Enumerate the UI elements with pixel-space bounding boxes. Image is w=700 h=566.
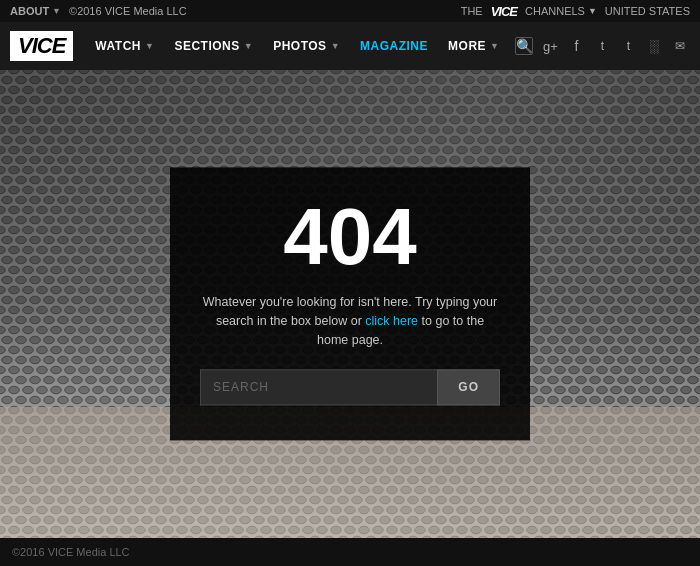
footer-copyright: ©2016 VICE Media LLC	[12, 546, 130, 558]
nav-icons: 🔍 g+ f t t ░ ✉ ◪ ▶	[509, 37, 700, 55]
watch-arrow: ▼	[145, 41, 154, 51]
google-plus-icon[interactable]: g+	[541, 37, 559, 55]
search-row: GO	[200, 370, 500, 406]
about-arrow: ▼	[52, 6, 61, 16]
about-button[interactable]: ABOUT ▼	[10, 5, 61, 17]
email-icon[interactable]: ✉	[671, 37, 689, 55]
channels-arrow: ▼	[588, 6, 597, 16]
nav-magazine[interactable]: MAGAZINE	[350, 22, 438, 70]
main-content: 404 Whatever you're looking for isn't he…	[0, 70, 700, 538]
about-label: ABOUT	[10, 5, 49, 17]
nav-watch-label: WATCH	[95, 39, 141, 53]
nav-watch[interactable]: WATCH ▼	[85, 22, 164, 70]
top-bar-right: THE VICE CHANNELS ▼ UNITED STATES	[461, 4, 690, 19]
nav-magazine-label: MAGAZINE	[360, 39, 428, 53]
search-input[interactable]	[200, 370, 437, 406]
the-label: THE	[461, 5, 483, 17]
error-code: 404	[200, 197, 500, 277]
top-bar-left: ABOUT ▼ ©2016 VICE Media LLC	[10, 5, 187, 17]
more-arrow: ▼	[490, 41, 499, 51]
sections-arrow: ▼	[244, 41, 253, 51]
nav-more[interactable]: MORE ▼	[438, 22, 509, 70]
top-copyright: ©2016 VICE Media LLC	[69, 5, 187, 17]
twitter-icon[interactable]: t	[593, 37, 611, 55]
channels-button[interactable]: CHANNELS ▼	[525, 5, 597, 17]
nav-more-label: MORE	[448, 39, 486, 53]
nav-sections-label: SECTIONS	[174, 39, 239, 53]
error-box: 404 Whatever you're looking for isn't he…	[170, 167, 530, 440]
home-link[interactable]: click here	[365, 314, 418, 328]
photos-arrow: ▼	[331, 41, 340, 51]
facebook-icon[interactable]: f	[567, 37, 585, 55]
vice-logo-small: VICE	[491, 4, 517, 19]
search-icon[interactable]: 🔍	[515, 37, 533, 55]
vice-logo[interactable]: VICE	[10, 31, 73, 61]
region-label: UNITED STATES	[605, 5, 690, 17]
footer: ©2016 VICE Media LLC	[0, 538, 700, 566]
go-button[interactable]: GO	[437, 370, 500, 406]
error-message: Whatever you're looking for isn't here. …	[200, 293, 500, 349]
top-bar: ABOUT ▼ ©2016 VICE Media LLC THE VICE CH…	[0, 0, 700, 22]
nav-sections[interactable]: SECTIONS ▼	[164, 22, 263, 70]
instagram-icon[interactable]: ░	[645, 37, 663, 55]
nav-photos-label: PHOTOS	[273, 39, 326, 53]
navigation-bar: VICE WATCH ▼ SECTIONS ▼ PHOTOS ▼ MAGAZIN…	[0, 22, 700, 70]
nav-photos[interactable]: PHOTOS ▼	[263, 22, 350, 70]
tumblr-icon[interactable]: t	[619, 37, 637, 55]
channels-label: CHANNELS	[525, 5, 585, 17]
